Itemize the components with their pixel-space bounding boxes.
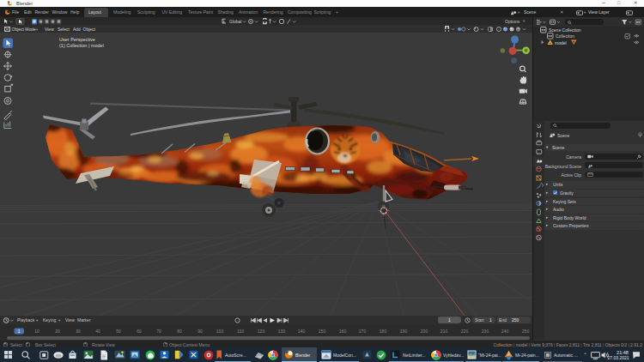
svg-text:50: 50 [116,329,121,334]
svg-text:210: 210 [440,329,448,334]
svg-text:(1) Collection | model: (1) Collection | model [59,43,104,48]
svg-text:130: 130 [278,329,286,334]
svg-text:60: 60 [137,329,142,334]
svg-text:200: 200 [421,329,428,334]
svg-text:230: 230 [482,329,489,334]
svg-text:40: 40 [95,329,100,334]
svg-text:110: 110 [237,329,244,334]
svg-text:10: 10 [34,329,39,334]
svg-text:250: 250 [522,329,530,334]
svg-text:User Perspective: User Perspective [59,37,95,42]
svg-text:220: 220 [461,329,469,334]
svg-text:180: 180 [380,329,387,334]
svg-text:240: 240 [501,329,509,334]
svg-text:140: 140 [298,329,306,334]
svg-text:model: model [555,40,567,45]
svg-text:90: 90 [197,329,203,334]
svg-text:150: 150 [319,329,326,334]
svg-text:160: 160 [339,329,347,334]
svg-text:30: 30 [76,329,81,334]
svg-text:Global: Global [229,19,241,24]
svg-text:20: 20 [55,329,60,334]
svg-text:1: 1 [17,329,20,334]
svg-text:100: 100 [216,329,224,334]
svg-text:70: 70 [156,329,161,334]
svg-text:190: 190 [400,329,408,334]
svg-text:120: 120 [258,329,265,334]
svg-text:Collection: Collection [556,33,574,39]
svg-text:80: 80 [177,329,182,334]
svg-text:170: 170 [359,329,367,334]
svg-text:Scene Collection: Scene Collection [549,27,581,33]
